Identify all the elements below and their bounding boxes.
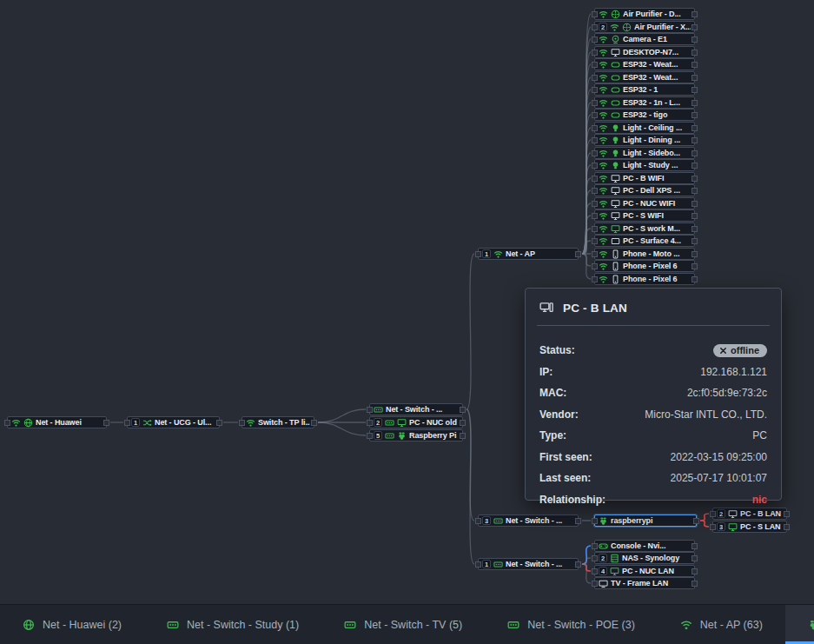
node-label: NAS - Synology <box>622 554 691 562</box>
node-pc-nuc-lan[interactable]: 4PC - NUC LAN <box>594 565 695 577</box>
edge-net-ap-to-pc-b-wifi <box>582 178 591 254</box>
tab-raspberrypi[interactable]: raspberrypi (2) <box>785 605 814 644</box>
node-air-purifier-x[interactable]: 2Air Purifier - X... <box>594 21 695 33</box>
tooltip-row-first-seen: First seen:2022-03-15 09:25:00 <box>539 450 767 464</box>
node-light-dining[interactable]: Light - Dining ... <box>594 134 695 146</box>
node-pc-b-wifi[interactable]: PC - B WIFI <box>594 172 695 184</box>
node-pc-dell-xps[interactable]: PC - Dell XPS ... <box>594 184 695 196</box>
node-label: PC - NUC old <box>409 418 459 427</box>
node-label: PC - Surface 4... <box>623 236 691 245</box>
node-label: ESP32 - 1n - L... <box>623 98 691 107</box>
node-pc-nuc-wifi[interactable]: PC - NUC WIFI <box>594 197 695 209</box>
wifi-icon <box>599 275 608 284</box>
network-graph-canvas[interactable]: Net - Huawei1Net - UCG - Ul...Switch - T… <box>0 0 814 604</box>
node-camera-e1[interactable]: Camera - E1 <box>594 33 695 45</box>
node-switch-tp[interactable]: Switch - TP li... <box>242 416 314 428</box>
node-net-switch-study[interactable]: Net - Switch - ... <box>369 403 463 415</box>
node-label: Net - Switch - ... <box>506 560 574 568</box>
node-desktop-n7[interactable]: DESKTOP-N7... <box>594 46 695 58</box>
node-light-sideboard[interactable]: Light - Sidebo... <box>594 147 695 159</box>
node-console-nvidia[interactable]: Console - Nvi... <box>594 540 695 552</box>
edge-net-switch-study-to-net-ap <box>467 254 474 409</box>
node-phone-pixel6-b[interactable]: Phone - Pixel 6 <box>594 273 695 285</box>
wifi-icon <box>599 10 608 19</box>
chip-icon <box>611 85 620 95</box>
tooltip-row-last-seen: Last seen:2025-07-17 10:01:07 <box>539 471 767 485</box>
node-net-switch-mid[interactable]: 3Net - Switch - ... <box>478 515 579 527</box>
edge-net-ap-to-pc-dell-xps <box>582 190 591 254</box>
monitor-icon <box>611 174 620 183</box>
node-pc-b-lan[interactable]: 2PC - B LAN <box>712 508 787 520</box>
node-phone-pixel6-a[interactable]: Phone - Pixel 6 <box>594 260 695 272</box>
node-label: PC - B LAN <box>740 509 783 518</box>
monitor-icon <box>611 211 620 221</box>
node-nas-synology[interactable]: 2NAS - Synology <box>594 552 695 564</box>
tooltip-row-relationship: Relationship:nic <box>539 493 767 507</box>
node-light-study[interactable]: Light - Study ... <box>594 159 695 171</box>
tab-net-switch-study[interactable]: Net - Switch - Study (1) <box>144 605 321 644</box>
edge-net-switch-bot-to-console-nvidia <box>582 546 591 564</box>
node-pc-nuc-old[interactable]: 2PC - NUC old <box>369 416 463 428</box>
node-pc-s-work[interactable]: PC - S work M... <box>594 222 695 235</box>
chip-icon <box>611 60 620 70</box>
node-net-ucg[interactable]: 1Net - UCG - Ul... <box>127 416 220 428</box>
node-raspberrypi[interactable]: raspberrypi <box>594 515 697 527</box>
tab-net-switch-tv[interactable]: Net - Switch - TV (5) <box>321 605 485 644</box>
node-pc-s-lan[interactable]: 3PC - S LAN <box>712 521 787 533</box>
node-phone-moto[interactable]: Phone - Moto ... <box>594 248 695 260</box>
node-count-badge: 2 <box>599 554 607 562</box>
ethernet-icon <box>167 619 179 631</box>
node-label: PC - NUC LAN <box>622 567 691 575</box>
node-pc-surface[interactable]: PC - Surface 4... <box>594 235 695 247</box>
node-raspberry-pi-old[interactable]: 5Raspberry Pi ... <box>369 429 463 442</box>
node-net-huawei[interactable]: Net - Huawei <box>7 416 107 428</box>
globe-icon <box>23 418 33 428</box>
node-esp32-weat-1[interactable]: ESP32 - Weat... <box>594 58 695 70</box>
node-esp32-1n[interactable]: ESP32 - 1n - L... <box>594 96 695 109</box>
node-count-badge: 3 <box>717 522 725 531</box>
node-net-ap[interactable]: 1Net - AP <box>478 248 579 260</box>
edge-net-ap-to-light-sideboard <box>582 153 591 254</box>
node-net-switch-bot[interactable]: 1Net - Switch - ... <box>478 558 579 570</box>
wifi-icon <box>599 48 608 57</box>
node-label: Air Purifier - X... <box>634 23 691 31</box>
wifi-icon <box>599 224 608 234</box>
fan-icon <box>611 10 620 19</box>
node-pc-s-wifi[interactable]: PC - S WIFI <box>594 209 695 222</box>
tooltip-label-relationship: Relationship: <box>539 494 606 506</box>
phone-icon <box>611 262 620 271</box>
tooltip-value-type: PC <box>752 429 767 442</box>
node-label: Phone - Pixel 6 <box>623 262 691 270</box>
tooltip-value-first-seen: 2022-03-15 09:25:00 <box>671 451 767 463</box>
bulb-icon <box>611 136 620 145</box>
wifi-icon <box>11 418 21 428</box>
raspberry-icon <box>599 516 608 526</box>
node-esp32-1[interactable]: ESP32 - 1 <box>594 83 695 96</box>
edge-net-ap-to-esp32-1 <box>582 90 591 254</box>
node-tv-frame-lan[interactable]: TV - Frame LAN <box>594 577 695 589</box>
tab-net-huawei[interactable]: Net - Huawei (2) <box>0 605 144 644</box>
node-label: Net - Switch - ... <box>506 516 574 525</box>
bottom-tab-bar: Net - Huawei (2)Net - Switch - Study (1)… <box>0 604 814 644</box>
tab-net-switch-poe[interactable]: Net - Switch - POE (3) <box>485 605 658 644</box>
edge-net-ap-to-esp32-1n <box>582 103 591 254</box>
wifi-icon <box>599 98 608 108</box>
edge-net-ap-to-pc-nuc-wifi <box>582 203 591 254</box>
node-light-ceiling[interactable]: Light - Ceiling ... <box>594 122 695 134</box>
node-label: Phone - Moto ... <box>623 249 691 258</box>
popup-title: PC - B LAN <box>563 302 627 315</box>
chip-icon <box>611 98 620 108</box>
node-label: ESP32 - 1 <box>623 85 691 94</box>
tab-net-ap[interactable]: Net - AP (63) <box>658 605 785 644</box>
node-label: PC - S WIFI <box>623 211 691 220</box>
edge-net-ap-to-esp32-weat-2 <box>582 77 591 254</box>
wifi-icon <box>599 161 608 170</box>
node-esp32-weat-2[interactable]: ESP32 - Weat... <box>594 71 695 83</box>
tooltip-value-vendor: Micro-Star INTL CO., LTD. <box>645 408 767 421</box>
ethernet-icon <box>493 516 503 526</box>
node-esp32-tigo[interactable]: ESP32 - tigo <box>594 109 695 121</box>
edge-raspberrypi-to-pc-b-lan <box>700 514 709 521</box>
tooltip-value-mac: 2c:f0:5d:9e:73:2c <box>687 387 767 399</box>
wifi-icon <box>599 136 608 145</box>
node-air-purifier-d[interactable]: Air Purifier - D... <box>594 8 695 20</box>
